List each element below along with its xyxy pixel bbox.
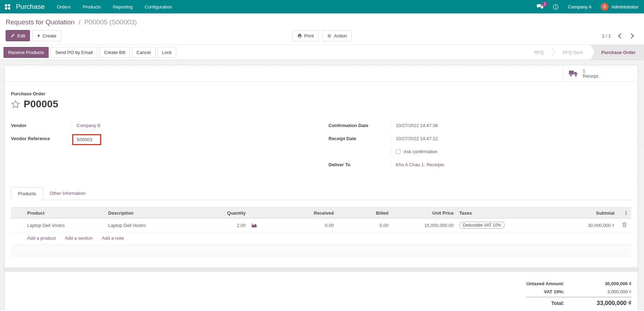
cell-billed: 0.00 — [337, 219, 391, 232]
record-type-label: Purchase Order — [11, 91, 631, 96]
breadcrumb-current: P00005 (S00003) — [84, 18, 137, 26]
status-steps: RFQ RFQ Sent Purchase Order — [526, 45, 644, 60]
cell-received: 0.00 — [263, 219, 337, 232]
add-a-section-link[interactable]: Add a section — [65, 235, 93, 241]
ask-confirmation-checkbox[interactable] — [396, 149, 400, 154]
favorite-star-icon[interactable] — [11, 100, 20, 109]
form-view-background: 1 Receipt Purchase Order P00005 Vendor — [0, 60, 644, 310]
untaxed-amount-label: Untaxed Amount: — [526, 281, 564, 286]
cell-subtotal: 30,000,000 ₫ — [546, 219, 617, 232]
plus-icon: + — [37, 33, 40, 38]
pager-previous-button[interactable] — [618, 33, 621, 38]
stat-button-row: 1 Receipt — [5, 65, 638, 82]
app-name[interactable]: Purchase — [16, 3, 45, 11]
activities-button[interactable] — [553, 4, 559, 10]
step-purchase-order[interactable]: Purchase Order — [590, 45, 644, 60]
breadcrumb: Requests for Quotation / P00005 (S00003) — [0, 13, 644, 28]
tab-other-information[interactable]: Other Information — [43, 187, 92, 200]
delete-row-button[interactable] — [617, 219, 631, 232]
receipt-date-label: Receipt Date — [329, 135, 391, 141]
tab-products[interactable]: Products — [11, 187, 43, 200]
cell-unit-price: 15,000,000.00 — [391, 219, 456, 232]
menu-orders[interactable]: Orders — [57, 4, 71, 10]
column-description[interactable]: Description — [105, 208, 189, 219]
cell-product: Laptop Dell Vostro — [24, 219, 105, 232]
lock-button[interactable]: Lock — [158, 47, 176, 58]
column-billed[interactable]: Billed — [337, 208, 391, 219]
vendor-reference-highlight-box: S00003 — [72, 134, 101, 145]
total-label: Total: — [551, 300, 564, 306]
user-menu[interactable]: A Administrator — [601, 3, 638, 11]
print-button[interactable]: Print — [292, 30, 319, 41]
printer-icon — [297, 34, 302, 38]
breadcrumb-parent-link[interactable]: Requests for Quotation — [6, 18, 74, 26]
pencil-icon — [11, 34, 15, 38]
notebook-tabs: Products Other Information — [11, 187, 631, 200]
send-po-by-email-button[interactable]: Send PO by Email — [51, 47, 97, 58]
gear-icon — [327, 34, 332, 38]
page-title: P00005 — [24, 98, 58, 110]
column-unit-price[interactable]: Unit Price — [391, 208, 456, 219]
confirmation-date-value: 10/27/2022 14:47:36 — [396, 123, 438, 128]
company-switcher[interactable]: Company A — [568, 4, 591, 10]
vat-label: VAT 10%: — [544, 289, 564, 294]
receipt-count: 1 — [583, 68, 598, 73]
user-name: Administrator — [611, 4, 638, 10]
ask-confirmation-label: Ask confirmation — [404, 149, 437, 154]
apps-menu-icon[interactable] — [5, 4, 10, 10]
message-count-badge: 1 — [542, 1, 547, 7]
deliver-to-value-link[interactable]: Kho A Chau 1: Receipts — [396, 162, 444, 167]
menu-configuration[interactable]: Configuration — [145, 4, 172, 10]
menu-reporting[interactable]: Reporting — [113, 4, 133, 10]
receipt-label: Receipt — [583, 73, 598, 79]
create-bill-button[interactable]: Create Bill — [99, 47, 130, 58]
receive-products-button[interactable]: Receive Products — [4, 47, 49, 58]
untaxed-amount-value: 30,000,000 ₫ — [564, 281, 631, 286]
step-rfq-sent[interactable]: RFQ Sent — [555, 45, 591, 60]
receipt-stat-button[interactable]: 1 Receipt — [563, 65, 638, 82]
table-add-links: Add a product Add a section Add a note — [11, 232, 631, 245]
totals-block: Untaxed Amount: 30,000,000 ₫ VAT 10%: 3,… — [5, 280, 638, 310]
edit-button[interactable]: Edit — [6, 30, 30, 41]
pager-next-button[interactable] — [631, 33, 634, 38]
column-forecast — [249, 208, 263, 219]
vat-value: 3,000,000 ₫ — [564, 289, 631, 294]
action-button[interactable]: Action — [322, 30, 352, 41]
table-header-row: Product Description Quantity Received Bi… — [11, 208, 631, 219]
section-divider — [5, 267, 638, 272]
row-handle — [11, 219, 24, 232]
add-a-note-link[interactable]: Add a note — [102, 235, 124, 241]
receipt-date-value: 10/27/2022 14:47:12 — [396, 136, 438, 141]
avatar: A — [601, 3, 608, 11]
chevron-right-icon — [552, 45, 555, 60]
column-taxes[interactable]: Taxes — [456, 208, 546, 219]
clock-icon — [553, 4, 559, 10]
optional-columns-icon[interactable]: ⋮ — [617, 208, 631, 219]
cancel-button[interactable]: Cancel — [132, 47, 155, 58]
breadcrumb-separator: / — [79, 18, 80, 26]
vendor-label: Vendor — [11, 122, 72, 128]
order-lines-table: Product Description Quantity Received Bi… — [11, 207, 631, 232]
control-panel-buttons: Edit + Create Print Action 1 / 1 — [0, 28, 644, 44]
column-quantity[interactable]: Quantity — [189, 208, 249, 219]
table-row[interactable]: Laptop Dell Vostro Laptop Dell Vostro 2.… — [11, 219, 631, 232]
column-product[interactable]: Product — [24, 208, 105, 219]
column-subtotal[interactable]: Subtotal — [546, 208, 617, 219]
step-rfq[interactable]: RFQ — [526, 45, 551, 60]
menu-products[interactable]: Products — [83, 4, 101, 10]
cell-description: Laptop Dell Vostro — [105, 219, 189, 232]
add-a-product-link[interactable]: Add a product — [27, 235, 56, 241]
messages-button[interactable]: 1 — [536, 4, 544, 10]
confirmation-date-label: Confirmation Date — [329, 122, 391, 128]
tax-badge: Deductible VAT 10% — [459, 222, 505, 229]
total-value: 33,000,000 ₫ — [564, 300, 631, 307]
column-received[interactable]: Received — [263, 208, 337, 219]
create-button[interactable]: + Create — [32, 30, 61, 41]
truck-icon — [569, 70, 578, 77]
cell-taxes: Deductible VAT 10% — [456, 219, 546, 232]
vendor-reference-value: S00003 — [76, 137, 92, 142]
statusbar: Receive Products Send PO by Email Create… — [0, 44, 644, 60]
vendor-value-link[interactable]: Company B — [76, 123, 100, 128]
forecast-chart-icon[interactable] — [249, 219, 263, 232]
pager: 1 / 1 — [602, 33, 611, 38]
